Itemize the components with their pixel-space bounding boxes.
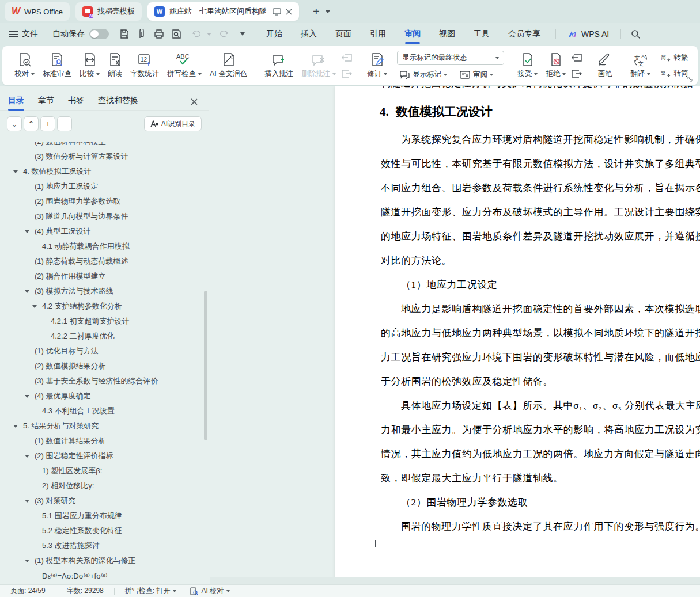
toc-item[interactable]: (3) 隧道几何模型与边界条件 (0, 209, 203, 224)
zoom-in-button[interactable]: ＋ (40, 116, 55, 131)
reviewers-button[interactable]: 审阅 (457, 69, 495, 81)
toc-item[interactable]: 4. 数值模拟工况设计 (0, 164, 203, 179)
translate-button[interactable]: 文A文 翻译 (626, 49, 654, 82)
collapse-triangle-icon[interactable] (25, 455, 29, 458)
wps-ai-button[interactable]: WPS AI (562, 29, 615, 39)
delete-comment-button[interactable]: 删除批注 (297, 49, 340, 82)
compare-button[interactable]: 比较 (75, 49, 104, 82)
tab-list-dropdown-icon[interactable] (326, 10, 330, 13)
close-tab-icon[interactable] (286, 9, 292, 15)
sidebar-tab-chapters[interactable]: 章节 (38, 91, 54, 111)
document-page[interactable]: 构隧道开挖面稳定性分析与支护结构优化设计提供可靠的数值模拟依据 4.数值模拟工况… (335, 86, 700, 580)
collapse-triangle-icon[interactable] (25, 395, 29, 398)
menu-tab-2[interactable]: 页面 (326, 23, 361, 45)
collapse-triangle-icon[interactable] (13, 425, 18, 428)
toc-item[interactable]: (3) 模拟方法与技术路线 (0, 284, 203, 299)
search-icon[interactable] (628, 26, 643, 41)
toc-item[interactable]: (4) 最优厚度确定 (0, 389, 203, 404)
collapse-all-button[interactable]: ⌄ (7, 116, 22, 131)
spellcheck-status[interactable]: 拼写检查: 打开 (125, 586, 177, 596)
save-button[interactable] (117, 26, 132, 41)
toc-item[interactable]: 5.3 改进措施探讨 (0, 538, 203, 553)
tab-docer-templates[interactable]: AI 找稻壳模板 (75, 2, 142, 21)
tab-document[interactable]: W 姚庄站—七里沟站区间盾构隧 (147, 2, 299, 21)
page-indicator[interactable]: 页面: 24/59 (10, 586, 46, 596)
ai-proof-status[interactable]: AI 校对 (190, 586, 230, 596)
sidebar-tab-bookmarks[interactable]: 书签 (68, 91, 84, 111)
accept-revision-button[interactable]: 接受 (513, 49, 542, 82)
next-revision-button[interactable] (570, 67, 584, 80)
menu-tab-7[interactable]: 会员专享 (499, 23, 550, 45)
toc-item[interactable]: Dε⁽ᵉ⁾=Λσ:Dσ⁽ᵉ⁾+fσ⁽ᵉ⁾ (0, 568, 203, 582)
zoom-out-button[interactable]: － (57, 116, 72, 131)
read-aloud-button[interactable]: 朗读 (104, 49, 126, 82)
sidebar-tab-find-replace[interactable]: 查找和替换 (98, 91, 138, 111)
toc-item[interactable]: (1) 模型本构关系的深化与修正 (0, 553, 203, 568)
reject-revision-button[interactable]: 拒绝 (542, 49, 570, 82)
toc-item[interactable]: (3) 基于安全系数与经济性的综合评价 (0, 374, 203, 389)
menu-tab-5[interactable]: 视图 (430, 23, 464, 45)
menu-tab-0[interactable]: 开始 (257, 23, 292, 45)
word-count-button[interactable]: 12 字数统计 (126, 49, 163, 82)
toc-item[interactable]: (1) 数值计算结果分析 (0, 434, 203, 448)
toc-item[interactable]: 5.2 稳定性系数变化特征 (0, 523, 203, 538)
toc-item[interactable]: 4.1 动静荷载耦合作用模拟 (0, 239, 203, 254)
toc-item[interactable]: (1) 静态荷载与动态荷载概述 (0, 254, 203, 269)
undo-button[interactable] (190, 26, 205, 41)
ai-recognize-toc-button[interactable]: AI识别目录 (144, 116, 202, 131)
expand-all-button[interactable]: ⌃ (24, 116, 39, 131)
redo-button[interactable] (216, 26, 231, 41)
toc-item[interactable]: (1) 优化目标与方法 (0, 344, 203, 359)
toc-item[interactable]: 5. 结果分析与对策研究 (0, 419, 203, 434)
traditional-to-simplified-button[interactable]: 繁 转简 (658, 67, 690, 79)
print-preview-button[interactable] (169, 26, 184, 41)
undo-dropdown-icon[interactable] (207, 33, 211, 36)
toc-item[interactable]: 5.1 围岩应力重分布规律 (0, 508, 203, 523)
ink-brush-button[interactable]: 画笔 (593, 49, 617, 82)
track-changes-button[interactable]: 修订 (363, 49, 391, 82)
sidebar-scrollbar[interactable] (204, 291, 207, 440)
collapse-triangle-icon[interactable] (25, 290, 29, 293)
toolbar-expand-icon[interactable] (240, 32, 245, 36)
close-sidebar-icon[interactable] (190, 98, 198, 106)
toc-item[interactable]: (2) 数值模拟结果分析 (0, 359, 203, 374)
toc-item[interactable]: (2) 数值材料本构模型 (0, 142, 203, 149)
collapse-triangle-icon[interactable] (25, 500, 29, 503)
collapse-triangle-icon[interactable] (13, 170, 18, 173)
proof-button[interactable]: 校对 (10, 49, 39, 82)
ai-polish-button[interactable]: AI 全文润色 (206, 49, 251, 82)
toc-item[interactable]: 1) 塑性区发展率β: (0, 463, 203, 478)
toc-item[interactable]: (2) 围岩物理力学参数选取 (0, 194, 203, 209)
toc-item[interactable]: (2) 围岩稳定性评价指标 (0, 448, 203, 463)
toc-item[interactable]: 4.3 不利组合工况设置 (0, 404, 203, 419)
toc-item[interactable]: 2) 相对位移比γ: (0, 478, 203, 493)
menu-tab-6[interactable]: 工具 (464, 23, 499, 45)
standard-review-button[interactable]: 标准审查 (39, 49, 75, 82)
previous-revision-button[interactable] (570, 51, 584, 64)
menu-tab-3[interactable]: 引用 (361, 23, 395, 45)
collapse-triangle-icon[interactable] (32, 305, 37, 308)
hamburger-menu-icon[interactable] (9, 31, 18, 37)
collapse-triangle-icon[interactable] (25, 560, 29, 562)
export-pdf-button[interactable] (134, 26, 149, 41)
toc-item[interactable]: (2) 耦合作用模型建立 (0, 269, 203, 284)
show-markup-button[interactable]: 显示标记 (397, 69, 449, 81)
group-expand-icon[interactable] (687, 77, 693, 82)
collapse-triangle-icon[interactable] (25, 230, 29, 233)
toc-item[interactable]: 4.2 支护结构参数化分析 (0, 299, 203, 314)
print-button[interactable] (152, 26, 167, 41)
autosave-toggle[interactable] (89, 29, 109, 39)
toc-item[interactable]: (4) 典型工况设计 (0, 224, 203, 239)
spell-check-button[interactable]: ABC 拼写检查 (163, 49, 206, 82)
menu-tab-4[interactable]: 审阅 (395, 23, 430, 45)
markup-state-select[interactable]: 显示标记的最终状态 (397, 51, 504, 65)
insert-comment-button[interactable]: 插入批注 (260, 49, 297, 82)
next-comment-button[interactable] (340, 67, 354, 80)
toc-item[interactable]: 4.2.2 二衬厚度优化 (0, 329, 203, 344)
menu-tab-1[interactable]: 插入 (292, 23, 326, 45)
toc-item[interactable]: (1) 地应力工况设定 (0, 179, 203, 194)
tab-wps-office[interactable]: W WPS Office (5, 2, 70, 21)
previous-comment-button[interactable] (340, 51, 354, 64)
sidebar-tab-contents[interactable]: 目录 (8, 91, 24, 111)
simplified-to-traditional-button[interactable]: 简 转繁 (658, 52, 690, 64)
